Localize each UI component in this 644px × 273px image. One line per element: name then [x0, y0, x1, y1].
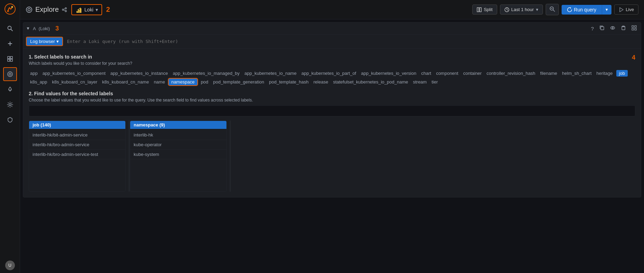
- label-tag-pod[interactable]: pod: [199, 79, 210, 85]
- label-tag-controller_revision_hash[interactable]: controller_revision_hash: [485, 70, 537, 77]
- collapse-button[interactable]: ▼: [26, 26, 30, 31]
- svg-rect-38: [622, 27, 625, 30]
- label-tag-container[interactable]: container: [462, 70, 483, 77]
- svg-rect-27: [480, 8, 481, 12]
- topnav: Explore Loki ▾ 2 Split Last 1 hour ▾: [20, 0, 644, 19]
- svg-point-12: [9, 73, 11, 75]
- values-col-header-namespace: namespace (9): [130, 121, 226, 129]
- sidebar-item-dashboards[interactable]: [3, 52, 17, 66]
- section2-subtitle: Choose the label values that you would l…: [29, 98, 635, 103]
- split-button[interactable]: Split: [472, 5, 497, 15]
- label-tag-app_kubernetes_io_managed_by[interactable]: app_kubernetes_io_managed_by: [171, 70, 241, 77]
- label-tag-job[interactable]: job: [616, 70, 628, 77]
- badge-2: 2: [106, 6, 110, 14]
- search-bar[interactable]: [29, 105, 635, 116]
- play-icon: [619, 7, 624, 12]
- column-divider: [230, 121, 231, 192]
- datasource-selector[interactable]: Loki ▾: [71, 4, 102, 15]
- label-tag-pod_template_hash[interactable]: pod_template_hash: [268, 79, 310, 85]
- section1-subtitle: Which labels would you like to consider …: [29, 61, 632, 66]
- svg-rect-9: [8, 59, 10, 61]
- sidebar-item-settings[interactable]: [3, 98, 17, 112]
- live-label: Live: [626, 7, 634, 12]
- label-tag-filename[interactable]: filename: [539, 70, 558, 77]
- svg-point-20: [65, 10, 66, 12]
- svg-point-1: [7, 10, 9, 12]
- copy-button[interactable]: [598, 25, 606, 32]
- label-tag-pod_template_generation[interactable]: pod_template_generation: [212, 79, 266, 85]
- label-tag-app_kubernetes_io_instance[interactable]: app_kubernetes_io_instance: [109, 70, 169, 77]
- section2-title: 2. Find values for the selected labels: [29, 91, 635, 96]
- values-columns: job (140)interlib-hk/bit-admin-servicein…: [29, 121, 635, 192]
- avatar[interactable]: U: [5, 261, 15, 270]
- sidebar-item-shield[interactable]: [3, 113, 17, 127]
- list-item[interactable]: interlib-hk/bro-admin-service: [29, 140, 125, 150]
- query-panel: ▼ A (Loki) 3 ? Log: [23, 22, 641, 197]
- query-datasource: (Loki): [39, 26, 50, 31]
- svg-point-17: [28, 8, 30, 11]
- label-tag-app_kubernetes_io_component[interactable]: app_kubernetes_io_component: [41, 70, 107, 77]
- labels-grid: appapp_kubernetes_io_componentapp_kubern…: [29, 70, 635, 85]
- sidebar: U: [0, 0, 20, 273]
- svg-rect-40: [635, 26, 636, 27]
- label-tag-app_kubernetes_io_name[interactable]: app_kubernetes_io_name: [243, 70, 298, 77]
- svg-rect-25: [80, 8, 81, 13]
- help-button[interactable]: ?: [590, 25, 595, 32]
- log-browser-button[interactable]: Log browser ▾: [26, 37, 63, 46]
- sidebar-item-explore[interactable]: [3, 67, 17, 81]
- split-icon: [477, 7, 482, 12]
- label-tag-k8s_kuboard_cn_layer[interactable]: k8s_kuboard_cn_layer: [51, 79, 99, 85]
- list-item[interactable]: kube-system: [130, 150, 226, 159]
- list-item[interactable]: kube-operator: [130, 140, 226, 150]
- copy-icon: [599, 25, 605, 30]
- zoom-out-button[interactable]: [546, 4, 559, 15]
- datasource-label: Loki: [84, 7, 93, 12]
- label-tag-app[interactable]: app: [29, 70, 39, 77]
- label-tag-app_kubernetes_io_part_of[interactable]: app_kubernetes_io_part_of: [300, 70, 357, 77]
- share-icon[interactable]: [62, 7, 67, 12]
- label-tag-statefulset_kubernetes_io_pod_name[interactable]: statefulset_kubernetes_io_pod_name: [332, 79, 410, 85]
- app-logo[interactable]: [4, 3, 16, 15]
- label-tag-chart[interactable]: chart: [420, 70, 432, 77]
- toggle-visibility-button[interactable]: [609, 25, 617, 32]
- log-browser-chevron: ▾: [56, 39, 59, 44]
- svg-rect-39: [632, 26, 634, 27]
- label-tag-heritage[interactable]: heritage: [595, 70, 614, 77]
- svg-line-32: [553, 10, 555, 12]
- label-tag-tier[interactable]: tier: [430, 79, 439, 85]
- label-tag-k8s_app[interactable]: k8s_app: [29, 79, 48, 85]
- list-item[interactable]: interlib-hk/bro-admin-service-test: [29, 150, 125, 159]
- svg-rect-26: [477, 8, 479, 12]
- sidebar-item-add[interactable]: [3, 37, 17, 51]
- time-range-button[interactable]: Last 1 hour ▾: [500, 5, 543, 15]
- grid-button[interactable]: [630, 25, 638, 32]
- values-col-list-namespace: interlib-hkkube-operatorkube-system: [130, 129, 226, 191]
- label-tag-stream[interactable]: stream: [412, 79, 428, 85]
- label-tag-release[interactable]: release: [312, 79, 330, 85]
- run-query-button[interactable]: Run query: [562, 5, 602, 15]
- label-tag-namespace[interactable]: namespace: [169, 79, 197, 85]
- svg-rect-23: [77, 11, 78, 13]
- label-tag-name[interactable]: name: [152, 79, 167, 85]
- label-tag-helm_sh_chart[interactable]: helm_sh_chart: [561, 70, 593, 77]
- section1-title: 1. Select labels to search in: [29, 54, 632, 60]
- log-browser-panel: 1. Select labels to search in Which labe…: [23, 49, 641, 197]
- sidebar-item-search[interactable]: [3, 21, 17, 35]
- list-item[interactable]: interlib-hk: [130, 130, 226, 140]
- label-tag-app_kubernetes_io_version[interactable]: app_kubernetes_io_version: [360, 70, 418, 77]
- svg-point-36: [611, 27, 615, 29]
- eye-icon: [610, 25, 615, 30]
- label-tag-k8s_kuboard_cn_name[interactable]: k8s_kuboard_cn_name: [101, 79, 150, 85]
- query-input[interactable]: [66, 37, 638, 45]
- svg-point-19: [62, 9, 64, 10]
- clock-icon: [504, 7, 509, 12]
- delete-button[interactable]: [619, 25, 627, 32]
- live-button[interactable]: Live: [614, 5, 638, 15]
- list-item[interactable]: interlib-hk/bit-admin-service: [29, 130, 125, 140]
- svg-point-18: [65, 8, 66, 9]
- run-query-dropdown[interactable]: ▾: [602, 5, 611, 15]
- svg-point-15: [9, 104, 11, 106]
- refresh-icon: [567, 7, 572, 12]
- sidebar-item-alerts[interactable]: [3, 82, 17, 96]
- label-tag-component[interactable]: component: [435, 70, 459, 77]
